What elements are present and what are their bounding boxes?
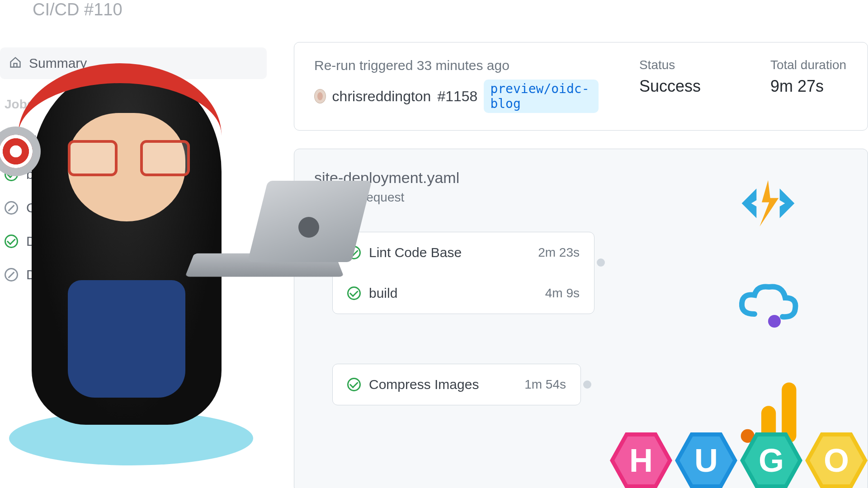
run-number: #110 [84, 0, 123, 19]
job-row-close-pr[interactable]: Close Pull Request [0, 191, 271, 225]
step-name: Compress Images [369, 377, 479, 392]
trigger-text: Re-run triggered 33 minutes ago [314, 58, 599, 73]
check-icon [5, 168, 18, 181]
service-icons [736, 176, 800, 438]
stat-duration: Total duration 9m 27s [770, 58, 861, 96]
step-build[interactable]: build 4m 9s [333, 273, 594, 314]
run-summary-card: Re-run triggered 33 minutes ago chrisred… [294, 42, 868, 131]
skip-icon [5, 268, 18, 282]
check-icon [347, 378, 361, 391]
skip-icon [5, 201, 18, 215]
sidebar-summary-label: Summary [29, 56, 87, 71]
step-name: build [369, 286, 397, 301]
stat-status: Status Success [639, 58, 730, 96]
step-group-1: Lint Code Base 2m 23s build 4m 9s [332, 232, 594, 314]
job-label: Deploy (Preview) [26, 234, 129, 249]
hugo-hex-o: O [805, 429, 868, 488]
step-name: Lint Code Base [369, 245, 462, 260]
step-lint[interactable]: Lint Code Base 2m 23s [333, 232, 594, 273]
connector-dot [583, 380, 591, 389]
azure-webpubsub-icon [736, 280, 800, 334]
stat-label: Status [639, 58, 730, 72]
jobs-heading: Jobs [5, 97, 271, 112]
workflow-title: CI/CD #110 [33, 0, 123, 19]
job-label: Lint Code Base [26, 133, 119, 149]
connector-dot [597, 258, 605, 267]
step-duration: 2m 23s [538, 245, 580, 260]
stat-value: Success [639, 77, 730, 96]
hugo-hex-h: H [610, 429, 672, 488]
step-duration: 4m 9s [545, 286, 580, 300]
check-icon [5, 235, 18, 248]
avatar[interactable] [314, 89, 326, 103]
branch-pill[interactable]: preview/oidc-blog [484, 80, 599, 113]
svg-point-0 [768, 315, 781, 328]
stat-value: 9m 27s [770, 77, 861, 96]
job-row-lint[interactable]: Lint Code Base [0, 124, 271, 158]
sidebar-summary-item[interactable]: Summary [0, 47, 267, 79]
home-icon [9, 56, 22, 70]
hugo-hex-u: U [675, 429, 737, 488]
actor-line: chrisreddington #1158 preview/oidc-blog [314, 80, 599, 113]
check-icon [5, 134, 18, 148]
check-icon [347, 246, 361, 259]
job-label: Deploy [26, 267, 68, 282]
job-label: Close Pull Request [26, 200, 142, 216]
hugo-logo: H U G O [610, 429, 868, 488]
actor-name[interactable]: chrisreddington [332, 88, 431, 105]
jobs-graph-card: site-deployment.yaml on: pull_request Li… [294, 149, 868, 488]
step-duration: 1m 54s [524, 377, 566, 392]
sidebar: Summary Jobs Lint Code Base build Close … [0, 47, 271, 291]
step-compress[interactable]: Compress Images 1m 54s [333, 364, 580, 405]
job-label: build [26, 167, 55, 182]
job-row-deploy[interactable]: Deploy [0, 258, 271, 291]
pr-link[interactable]: #1158 [437, 88, 477, 105]
hugo-hex-g: G [740, 429, 802, 488]
check-icon [347, 286, 361, 300]
job-row-build[interactable]: build [0, 158, 271, 191]
workflow-name: CI/CD [33, 0, 79, 19]
azure-functions-icon [736, 176, 800, 230]
step-group-2: Compress Images 1m 54s [332, 364, 581, 405]
main-column: Re-run triggered 33 minutes ago chrisred… [294, 42, 868, 488]
job-row-deploy-preview[interactable]: Deploy (Preview) [0, 225, 271, 258]
stat-label: Total duration [770, 58, 861, 72]
